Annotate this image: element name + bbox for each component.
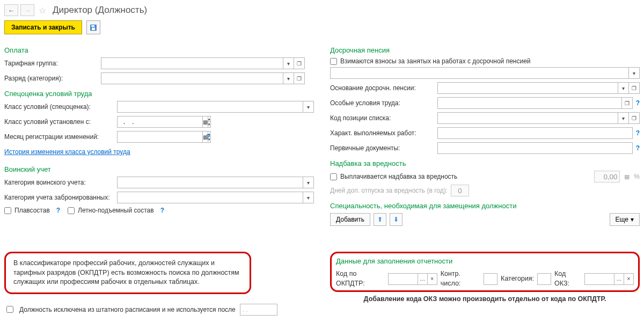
dropdown-icon[interactable]: ▾ (283, 72, 294, 84)
okz-input[interactable] (584, 273, 614, 285)
report-data-callout: Данные для заполнения отчетности Код по … (330, 252, 640, 292)
clear-icon[interactable]: × (428, 273, 437, 285)
class-from-date[interactable] (117, 116, 203, 128)
dropdown-icon[interactable]: ▾ (618, 112, 629, 124)
help-icon[interactable]: ? (160, 207, 164, 214)
label-work-char: Характ. выполняемых работ: (330, 129, 437, 137)
work-char-input[interactable] (437, 127, 633, 139)
hazard-value-input[interactable] (594, 171, 620, 182)
hazard-paid-checkbox[interactable] (330, 173, 337, 180)
help-icon[interactable]: ? (56, 207, 60, 214)
section-pension-title: Досрочная пенсия (330, 46, 640, 54)
open-ref-icon[interactable]: ❐ (629, 82, 640, 94)
open-ref-icon[interactable]: ❐ (294, 72, 305, 84)
section-hazard-title: Надбавка за вредность (330, 159, 640, 167)
ellipsis-icon[interactable]: … (418, 273, 428, 285)
svg-rect-2 (92, 27, 95, 30)
pension-basis-input[interactable] (437, 82, 618, 94)
floppy-icon (90, 24, 97, 31)
mil-booked-input[interactable] (117, 192, 303, 203)
class-input[interactable] (117, 101, 303, 113)
label-okz: Код ОКЗ: (554, 269, 581, 288)
help-icon[interactable]: ? (206, 133, 210, 141)
calendar-icon[interactable]: ▦ (203, 116, 208, 128)
label-okpdtr: Код по ОКПДТР: (336, 269, 385, 288)
arrow-down-icon: ⬇ (393, 216, 399, 223)
dropdown-icon[interactable]: ▾ (303, 192, 314, 203)
move-down-button[interactable]: ⬇ (390, 213, 402, 226)
label-mil-booked: Категория учета забронированных: (4, 194, 117, 201)
dropdown-icon[interactable]: ▾ (283, 57, 294, 69)
open-ref-icon[interactable]: ❐ (629, 112, 640, 124)
add-speciality-button[interactable]: Добавить (330, 213, 370, 226)
clear-icon[interactable]: × (624, 273, 634, 285)
list-code-input[interactable] (437, 112, 618, 124)
conditions-input[interactable] (437, 97, 622, 109)
dropdown-icon[interactable]: ▾ (629, 67, 640, 79)
section-military-title: Воинский учет (4, 165, 314, 173)
excluded-label: Должность исключена из штатного расписан… (19, 306, 236, 313)
dropdown-icon[interactable]: ▾ (303, 177, 314, 188)
flight-label: Летно-подъемный состав (78, 207, 154, 214)
svg-rect-1 (91, 25, 94, 27)
chevron-down-icon: ▾ (631, 216, 634, 223)
ellipsis-icon[interactable]: … (614, 273, 624, 285)
section-payment-title: Оплата (4, 46, 314, 54)
crew-checkbox[interactable] (4, 207, 11, 214)
category-input[interactable] (537, 273, 551, 285)
forward-button[interactable]: → (20, 4, 34, 16)
label-control-number: Контр. число: (441, 269, 480, 288)
help-icon[interactable]: ? (636, 99, 640, 107)
label-conditions: Особые условия труда: (330, 99, 437, 107)
control-number-input[interactable] (484, 273, 497, 285)
reg-month-date[interactable] (117, 131, 203, 143)
pension-fees-checkbox[interactable] (330, 58, 337, 65)
label-primary-docs: Первичные документы: (330, 144, 437, 152)
mil-category-input[interactable] (117, 177, 303, 188)
label-pension-basis: Основание досрочн. пенсии: (330, 84, 437, 92)
okz-note: Добавление кода ОКЗ можно производить от… (330, 295, 640, 303)
arrow-up-icon: ⬆ (377, 216, 383, 223)
back-button[interactable]: ← (4, 4, 18, 16)
label-list-code: Код позиции списка: (330, 114, 437, 122)
tariff-group-input[interactable] (101, 57, 283, 69)
class-history-link[interactable]: История изменения класса условий труда (4, 148, 130, 156)
calc-icon: ▦ (624, 173, 630, 180)
pension-main-input[interactable] (330, 67, 629, 79)
date-down-icon[interactable]: ▾ (208, 122, 211, 128)
hazard-paid-label: Выплачивается надбавка за вредность (340, 173, 457, 180)
save-button[interactable] (86, 20, 100, 34)
label-tariff-group: Тарифная группа: (4, 60, 101, 67)
grade-input[interactable] (101, 72, 283, 84)
excluded-date-input[interactable] (240, 304, 277, 316)
okpdtr-callout: В классификаторе профессий рабочих, долж… (4, 252, 251, 294)
section-report-title: Данные для заполнения отчетности (336, 257, 634, 266)
flight-checkbox[interactable] (68, 207, 75, 214)
hazard-days-label: Дней доп. отпуска за вредность (в год): (330, 187, 448, 194)
help-icon[interactable]: ? (636, 129, 640, 137)
page-title: Директор (Должность) (53, 5, 147, 16)
primary-docs-input[interactable] (437, 142, 633, 154)
help-icon[interactable]: ? (636, 144, 640, 152)
excluded-checkbox[interactable] (6, 306, 13, 313)
open-ref-icon[interactable]: ❐ (622, 97, 633, 109)
dropdown-icon[interactable]: ▾ (303, 101, 314, 113)
label-reg-month: Месяц регистрации изменений: (4, 133, 117, 141)
crew-label: Плавсостав (14, 207, 50, 214)
favorite-star-icon[interactable]: ☆ (39, 5, 46, 16)
move-up-button[interactable]: ⬆ (374, 213, 386, 226)
label-grade: Разряд (категория): (4, 75, 101, 82)
save-and-close-button[interactable]: Записать и закрыть (4, 20, 82, 34)
okpdtr-input[interactable] (388, 273, 418, 285)
dropdown-icon[interactable]: ▾ (618, 82, 629, 94)
more-label: Еще (616, 216, 628, 223)
hazard-days-input[interactable] (451, 185, 469, 196)
open-ref-icon[interactable]: ❐ (294, 57, 305, 69)
more-button[interactable]: Еще ▾ (610, 213, 640, 226)
section-speciality-title: Специальность, необходимая для замещения… (330, 202, 640, 210)
label-class: Класс условий (спецоценка): (4, 103, 117, 111)
percent-label: % (634, 173, 640, 180)
label-class-from: Класс условий установлен с: (4, 118, 117, 126)
date-up-icon[interactable]: ▴ (208, 116, 211, 122)
pension-fees-label: Взимаются взносы за занятых на работах с… (340, 57, 531, 65)
